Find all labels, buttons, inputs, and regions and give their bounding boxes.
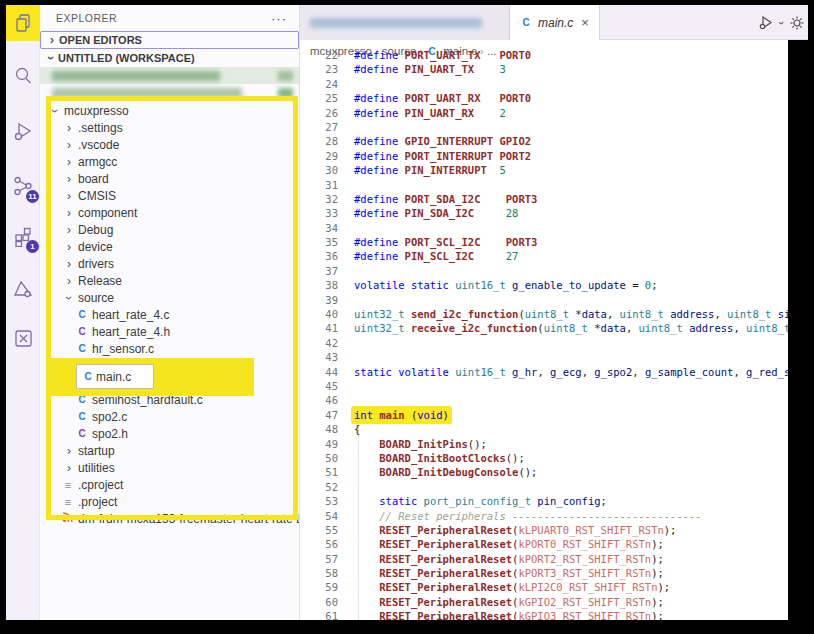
tree-item-spo2.h[interactable]: Cspo2.h [40, 425, 300, 442]
line-number[interactable]: 50 [304, 451, 338, 465]
tab-main-c[interactable]: C main.c × [510, 5, 600, 40]
code-line: 61 RESET_PeripheralReset(kGPIO3_RST_SHIF… [304, 609, 808, 620]
tree-item-hr-sensor.h[interactable]: Chr_sensor.h [40, 357, 300, 374]
more-actions-button[interactable]: ··· [271, 11, 287, 26]
c-file-icon: C [520, 17, 532, 28]
line-number[interactable]: 38 [304, 278, 338, 292]
line-number[interactable]: 46 [304, 393, 338, 407]
line-number[interactable]: 53 [304, 494, 338, 508]
gear-icon[interactable] [790, 16, 804, 30]
line-number[interactable]: 61 [304, 609, 338, 620]
line-number[interactable]: 36 [304, 249, 338, 263]
activity-item-source-control[interactable]: 11 [6, 168, 40, 204]
line-number[interactable]: 30 [304, 163, 338, 177]
line-number[interactable]: 39 [304, 293, 338, 307]
code-line-text: BOARD_InitBootClocks(); [354, 452, 525, 464]
line-number[interactable]: 58 [304, 566, 338, 580]
run-or-debug-button[interactable] [759, 15, 774, 30]
code-line-text: uint32_t receive_i2c_function(uint8_t *d… [354, 322, 808, 334]
line-number[interactable]: 51 [304, 465, 338, 479]
line-number[interactable]: 25 [304, 91, 338, 105]
chevron-right-icon: › [62, 274, 76, 288]
tree-item-spo2.c[interactable]: Cspo2.c [40, 408, 300, 425]
tree-item-.cproject[interactable]: ≡.cproject [40, 476, 300, 493]
activity-item-explorer[interactable] [6, 5, 40, 41]
line-number[interactable]: 34 [304, 221, 338, 235]
tree-item-label: drivers [78, 257, 114, 271]
line-number[interactable]: 52 [304, 480, 338, 494]
activity-item-run-debug[interactable] [6, 113, 40, 149]
tree-item-startup[interactable]: ›startup [40, 442, 300, 459]
tree-item-drivers[interactable]: ›drivers [40, 255, 300, 272]
tree-item-.settings[interactable]: ›.settings [40, 119, 300, 136]
chevron-down-icon[interactable]: › [776, 21, 788, 25]
line-number[interactable]: 59 [304, 580, 338, 594]
line-number[interactable]: 55 [304, 523, 338, 537]
tree-item-source[interactable]: ›source [40, 289, 300, 306]
line-number[interactable]: 42 [304, 336, 338, 350]
line-number[interactable]: 40 [304, 307, 338, 321]
activity-item-search[interactable] [6, 58, 40, 94]
close-icon[interactable]: × [581, 15, 589, 30]
line-number[interactable]: 26 [304, 106, 338, 120]
section-open-editors[interactable]: › OPEN EDITORS [40, 31, 299, 49]
line-number[interactable]: 37 [304, 264, 338, 278]
tree-item-board[interactable]: ›board [40, 170, 300, 187]
line-number[interactable]: 33 [304, 206, 338, 220]
line-number[interactable]: 48 [304, 422, 338, 436]
line-number[interactable]: 24 [304, 77, 338, 91]
line-number[interactable]: 28 [304, 134, 338, 148]
line-number[interactable]: 22 [304, 48, 338, 62]
tab-redacted[interactable] [300, 5, 510, 40]
line-number[interactable]: 45 [304, 379, 338, 393]
line-number[interactable]: 49 [304, 437, 338, 451]
tree-item-component[interactable]: ›component [40, 204, 300, 221]
activity-item-extensions[interactable]: 1 [6, 218, 40, 254]
line-number[interactable]: 44 [304, 365, 338, 379]
tree-item-release[interactable]: ›Release [40, 272, 300, 289]
tree-item-hr-sensor.c[interactable]: Chr_sensor.c [40, 340, 300, 357]
activity-item-x-tool[interactable] [6, 320, 40, 356]
line-number[interactable]: 57 [304, 552, 338, 566]
line-number[interactable]: 23 [304, 62, 338, 76]
code-line: 52 [304, 480, 808, 494]
code-editor[interactable]: 22#define PORT_UART_TX PORT023#define PI… [304, 48, 808, 620]
tree-item-debug[interactable]: ›Debug [40, 221, 300, 238]
h-file-icon: C [76, 360, 88, 371]
line-number[interactable]: 43 [304, 350, 338, 364]
tree-item-dm-frdm-mcxa153-freemaster-heart-rate-linkser...[interactable]: dm-frdm-mcxa153-freemaster-heart-rate Li… [40, 510, 300, 527]
line-number[interactable]: 35 [304, 235, 338, 249]
redacted-item[interactable] [40, 67, 299, 84]
tree-item-utilities[interactable]: ›utilities [40, 459, 300, 476]
tree-item-device[interactable]: ›device [40, 238, 300, 255]
tree-item-mcuxpresso[interactable]: ›mcuxpresso [40, 102, 300, 119]
line-number[interactable]: 27 [304, 120, 338, 134]
tree-item-armgcc[interactable]: ›armgcc [40, 153, 300, 170]
code-line-text: #define PORT_UART_RX PORT0 [354, 92, 531, 104]
tree-item-main.c[interactable]: Cmain.c [40, 374, 300, 391]
redacted-badge [278, 88, 293, 98]
line-number[interactable]: 29 [304, 149, 338, 163]
section-workspace[interactable]: › UNTITLED (WORKSPACE) [40, 49, 299, 67]
tree-item-cmsis[interactable]: ›CMSIS [40, 187, 300, 204]
line-number[interactable]: 54 [304, 509, 338, 523]
tree-item-heart-rate-4.h[interactable]: Cheart_rate_4.h [40, 323, 300, 340]
line-number[interactable]: 31 [304, 178, 338, 192]
code-line: 41uint32_t receive_i2c_function(uint8_t … [304, 321, 808, 335]
code-line-text: RESET_PeripheralReset(kPORT2_RST_SHIFT_R… [354, 553, 664, 565]
tree-item-heart-rate-4.c[interactable]: Cheart_rate_4.c [40, 306, 300, 323]
tree-item-label: board [78, 172, 109, 186]
chevron-right-icon: › [62, 121, 76, 135]
tree-item-semihost-hardfault.c[interactable]: Csemihost_hardfault.c [40, 391, 300, 408]
activity-item-triangle-tool[interactable] [6, 271, 40, 307]
tree-item-.project[interactable]: ≡.project [40, 493, 300, 510]
run-debug-icon [12, 120, 34, 142]
line-number[interactable]: 47 [304, 408, 338, 422]
code-line-text: { [354, 423, 360, 435]
line-number[interactable]: 41 [304, 321, 338, 335]
line-number[interactable]: 60 [304, 595, 338, 609]
line-number[interactable]: 32 [304, 192, 338, 206]
tree-item-.vscode[interactable]: ›.vscode [40, 136, 300, 153]
line-number[interactable]: 56 [304, 537, 338, 551]
redacted-item[interactable] [40, 84, 299, 101]
